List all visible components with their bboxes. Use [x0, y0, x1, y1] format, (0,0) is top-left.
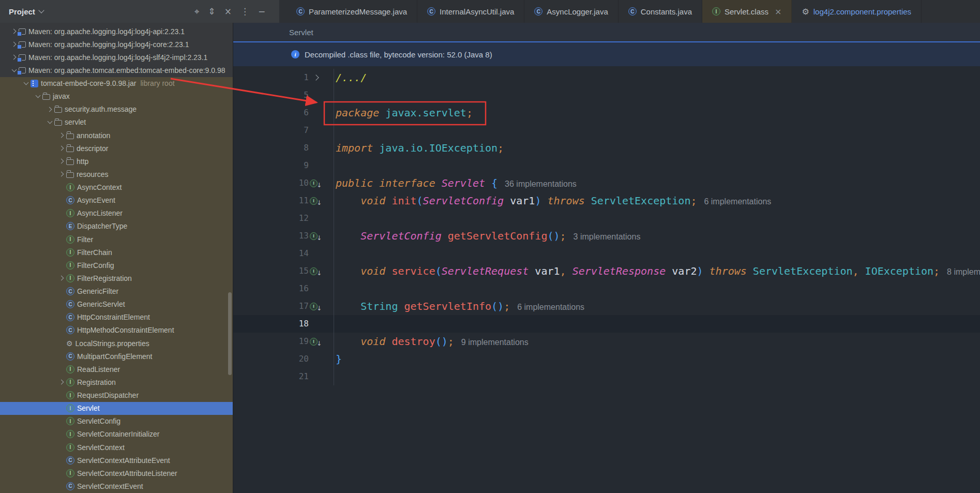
token: [373, 177, 379, 189]
token: ServletConfig: [360, 230, 442, 242]
expand-collapse-icon[interactable]: ⇕: [208, 7, 216, 16]
panel-splitter[interactable]: [233, 23, 233, 493]
implementations-inlay-hint[interactable]: 36 implementations: [505, 180, 577, 188]
tab-label: log4j2.component.properties: [813, 7, 911, 16]
tree-item-suffix: library root: [140, 79, 174, 87]
code-text: }: [334, 350, 342, 368]
implemented-marker-icon[interactable]: I↓: [310, 331, 322, 352]
code-editor[interactable]: 1/.../56package javax.servlet;78import j…: [233, 66, 980, 493]
project-panel-header: Project ⌖⇕×⋮−: [0, 0, 279, 23]
tree-item-asynccontext[interactable]: IAsyncContext: [0, 181, 233, 194]
tree-scrollbar[interactable]: [228, 292, 232, 375]
chevron-expanded-icon[interactable]: [45, 117, 54, 127]
tree-item-servlet[interactable]: servlet: [0, 116, 233, 129]
tree-item-tomcat-embed-core-9-0-98-jar[interactable]: tomcat-embed-core-9.0.98.jarlibrary root: [0, 77, 233, 90]
tree-item-servletcontextevent[interactable]: CServletContextEvent: [0, 480, 233, 492]
tree-item-httpconstraintelement[interactable]: CHttpConstraintElement: [0, 311, 233, 324]
tree-item-servlet[interactable]: IServlet: [0, 402, 233, 415]
implemented-marker-icon[interactable]: I↓: [310, 225, 322, 247]
chevron-collapsed-icon[interactable]: [45, 104, 54, 114]
chevron-collapsed-icon[interactable]: [57, 378, 66, 387]
interface-icon: I: [66, 404, 74, 412]
token: ;: [497, 142, 504, 154]
tree-item-genericservlet[interactable]: CGenericServlet: [0, 298, 233, 311]
interface-icon: I: [66, 248, 74, 257]
tab-servlet-class[interactable]: IServlet.class×: [702, 0, 792, 23]
tab-asynclogger-java[interactable]: CAsyncLogger.java: [524, 0, 618, 23]
tree-item-httpmethodconstraintelement[interactable]: CHttpMethodConstraintElement: [0, 324, 233, 337]
hide-panel-icon[interactable]: −: [258, 7, 265, 16]
more-options-icon[interactable]: ⋮: [240, 7, 249, 16]
tree-item-genericfilter[interactable]: CGenericFilter: [0, 285, 233, 298]
tree-item-requestdispatcher[interactable]: IRequestDispatcher: [0, 389, 233, 402]
chevron-collapsed-icon[interactable]: [57, 131, 66, 140]
interface-icon: I: [66, 261, 74, 270]
implemented-marker-icon[interactable]: I↓: [310, 190, 322, 212]
chevron-collapsed-icon[interactable]: [57, 157, 66, 166]
tree-item-servletconfig[interactable]: IServletConfig: [0, 415, 233, 428]
implemented-marker-icon[interactable]: I↓: [310, 295, 322, 317]
tree-item-filter[interactable]: IFilter: [0, 233, 233, 246]
code-line-13: 13I↓ ServletConfig getServletConfig();3 …: [233, 227, 980, 245]
tree-item-security-auth-message[interactable]: security.auth.message: [0, 103, 233, 116]
breadcrumb-item-servlet[interactable]: Servlet: [289, 28, 313, 37]
tree-item-filterconfig[interactable]: IFilterConfig: [0, 259, 233, 272]
code-text: [334, 86, 336, 104]
tree-item-readlistener[interactable]: IReadListener: [0, 363, 233, 376]
tree-item-multipartconfigelement[interactable]: CMultipartConfigElement: [0, 350, 233, 363]
tree-item-servletcontextattributeevent[interactable]: CServletContextAttributeEvent: [0, 454, 233, 467]
implementations-inlay-hint[interactable]: 6 implementations: [704, 197, 771, 206]
class-icon: C: [66, 482, 74, 490]
tree-item-localstrings-properties[interactable]: ⚙LocalStrings.properties: [0, 337, 233, 350]
tree-item-resources[interactable]: resources: [0, 168, 233, 181]
code-text: [334, 315, 336, 333]
chevron-expanded-icon[interactable]: [21, 79, 31, 88]
tree-item-registration[interactable]: IRegistration: [0, 376, 233, 389]
token: getServletInfo: [404, 300, 491, 312]
fold-chevron-icon[interactable]: [313, 74, 319, 80]
implementations-inlay-hint[interactable]: 8 implementations: [947, 267, 980, 276]
tab-internalasyncutil-java[interactable]: CInternalAsyncUtil.java: [417, 0, 524, 23]
tree-item-maven-org-apache-logging-log4j-log4j-core-2-23-1[interactable]: Maven: org.apache.logging.log4j:log4j-co…: [0, 38, 233, 51]
tree-item-filterchain[interactable]: IFilterChain: [0, 246, 233, 259]
chevron-collapsed-icon[interactable]: [57, 144, 66, 153]
tree-item-servletcontextattributelistener[interactable]: IServletContextAttributeListener: [0, 467, 233, 480]
tree-item-asynclistener[interactable]: IAsyncListener: [0, 207, 233, 220]
tree-item-maven-org-apache-tomcat-embed-tomcat-embed-core-9-0-98[interactable]: Maven: org.apache.tomcat.embed:tomcat-em…: [0, 64, 233, 77]
tree-item-dispatchertype[interactable]: EDispatcherType: [0, 220, 233, 233]
interface-icon: I: [66, 469, 74, 477]
project-panel-title[interactable]: Project: [9, 7, 43, 16]
locate-icon[interactable]: ⌖: [194, 7, 200, 16]
implementations-inlay-hint[interactable]: 9 implementations: [461, 338, 529, 347]
token: ): [697, 265, 703, 277]
token: getServletConfig: [448, 230, 548, 242]
collapse-all-icon[interactable]: ×: [224, 7, 232, 16]
tree-item-maven-org-apache-logging-log4j-log4j-slf4j2-impl-2-23-1[interactable]: Maven: org.apache.logging.log4j:log4j-sl…: [0, 51, 233, 64]
tab-constants-java[interactable]: CConstants.java: [619, 0, 702, 23]
implemented-marker-icon[interactable]: I↓: [310, 260, 322, 282]
tree-item-descriptor[interactable]: descriptor: [0, 142, 233, 155]
token: [373, 142, 379, 154]
tree-item-maven-org-apache-logging-log4j-log4j-api-2-23-1[interactable]: Maven: org.apache.logging.log4j:log4j-ap…: [0, 25, 233, 38]
down-arrow-icon: ↓: [316, 194, 322, 212]
tab-log4j2-component-properties[interactable]: ⚙log4j2.component.properties: [792, 0, 922, 23]
tree-item-servletcontext[interactable]: IServletContext: [0, 441, 233, 454]
tree-item-servletcontainerinitializer[interactable]: IServletContainerInitializer: [0, 428, 233, 441]
close-icon[interactable]: ×: [775, 7, 781, 17]
chevron-expanded-icon[interactable]: [33, 92, 42, 101]
tree-item-asyncevent[interactable]: CAsyncEvent: [0, 194, 233, 207]
tree-item-javax[interactable]: javax: [0, 90, 233, 103]
chevron-collapsed-icon[interactable]: [57, 170, 66, 179]
tree-item-annotation[interactable]: annotation: [0, 129, 233, 142]
editor-gutter: 17I↓: [233, 297, 334, 315]
token: {: [491, 177, 497, 189]
tree-item-http[interactable]: http: [0, 155, 233, 168]
token: [336, 195, 360, 207]
chevron-collapsed-icon[interactable]: [57, 274, 66, 283]
library-icon: [19, 28, 26, 35]
code-line-18: 18: [233, 315, 980, 333]
implementations-inlay-hint[interactable]: 3 implementations: [574, 232, 641, 241]
tab-parameterizedmessage-java[interactable]: CParameterizedMessage.java: [287, 0, 417, 23]
implementations-inlay-hint[interactable]: 6 implementations: [517, 303, 584, 311]
tree-item-filterregistration[interactable]: IFilterRegistration: [0, 272, 233, 285]
